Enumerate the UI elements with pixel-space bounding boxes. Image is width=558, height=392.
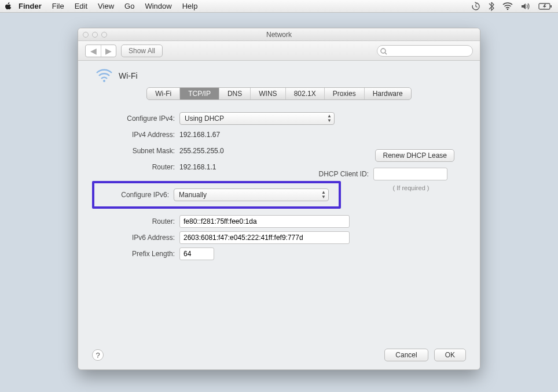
chevron-up-down-icon: ▲▼ (327, 114, 332, 123)
ipv6-address-input[interactable] (179, 231, 350, 244)
label-ipv4-router: Router: (94, 163, 179, 171)
tab-8021x[interactable]: 802.1X (286, 88, 325, 99)
configure-ipv6-dropdown[interactable]: Manually ▲▼ (174, 188, 329, 201)
tab-wins[interactable]: WINS (251, 88, 285, 99)
nav-back-forward[interactable]: ◀ ▶ (85, 45, 116, 57)
window-titlebar: Network (78, 28, 480, 41)
search-icon (380, 47, 387, 57)
time-machine-icon[interactable] (471, 2, 480, 11)
label-subnet-mask: Subnet Mask: (94, 147, 179, 155)
menu-help[interactable]: Help (182, 2, 198, 10)
search-input[interactable] (377, 45, 473, 57)
configure-ipv6-value: Manually (179, 191, 207, 199)
cancel-button[interactable]: Cancel (384, 349, 428, 361)
ipv4-router-value: 192.168.1.1 (179, 163, 216, 171)
wifi-status-icon[interactable] (502, 2, 513, 10)
toolbar: ◀ ▶ Show All (78, 41, 480, 61)
chevron-up-down-icon: ▲▼ (321, 190, 326, 199)
dhcp-client-id-input[interactable] (373, 168, 447, 180)
window-title: Network (78, 31, 480, 39)
menu-edit[interactable]: Edit (75, 2, 87, 10)
menu-file[interactable]: File (52, 2, 64, 10)
label-configure-ipv6: Configure IPv6: (98, 191, 174, 199)
back-icon[interactable]: ◀ (86, 45, 101, 57)
section-title: Wi-Fi (119, 71, 138, 80)
menu-window[interactable]: Window (145, 2, 171, 10)
renew-dhcp-lease-button[interactable]: Renew DHCP Lease (375, 149, 454, 162)
label-ipv6-router: Router: (94, 217, 179, 225)
apple-icon[interactable] (5, 2, 13, 10)
ok-button[interactable]: OK (434, 349, 466, 361)
label-ipv4-address: IPv4 Address: (94, 131, 179, 139)
show-all-button[interactable]: Show All (121, 45, 163, 57)
configure-ipv4-dropdown[interactable]: Using DHCP ▲▼ (179, 112, 335, 125)
os-menu-bar: Finder File Edit View Go Window Help (0, 0, 558, 13)
volume-icon[interactable] (521, 2, 530, 10)
zoom-icon[interactable] (101, 32, 107, 38)
svg-line-4 (385, 53, 387, 54)
bluetooth-icon[interactable] (489, 2, 494, 11)
minimize-icon[interactable] (92, 32, 98, 38)
wifi-icon (96, 69, 113, 83)
help-button[interactable]: ? (92, 349, 104, 361)
forward-icon[interactable]: ▶ (101, 45, 116, 57)
configure-ipv6-highlight: Configure IPv6: Manually ▲▼ (92, 181, 341, 209)
subnet-mask-value: 255.255.255.0 (179, 147, 224, 155)
tcpip-pane: Wi-Fi Wi-Fi TCP/IP DNS WINS 802.1X Proxi… (78, 61, 480, 369)
if-required-note: ( If required ) (368, 184, 454, 191)
battery-icon[interactable] (538, 3, 552, 10)
ipv4-address-value: 192.168.1.67 (179, 131, 220, 139)
label-configure-ipv4: Configure IPv4: (94, 114, 179, 123)
tab-hardware[interactable]: Hardware (365, 88, 411, 99)
ipv6-router-input[interactable] (179, 215, 350, 228)
svg-point-0 (507, 8, 509, 10)
label-prefix-length: Prefix Length: (94, 250, 179, 258)
label-ipv6-address: IPv6 Address: (94, 234, 179, 242)
menu-go[interactable]: Go (124, 2, 134, 10)
svg-point-5 (103, 80, 105, 82)
tab-wifi[interactable]: Wi-Fi (147, 88, 180, 99)
tab-dns[interactable]: DNS (219, 88, 251, 99)
menu-view[interactable]: View (98, 2, 114, 10)
configure-ipv4-value: Using DHCP (185, 114, 224, 123)
tab-tcpip[interactable]: TCP/IP (180, 88, 219, 99)
prefix-length-input[interactable] (179, 247, 214, 260)
svg-rect-2 (550, 5, 552, 8)
close-icon[interactable] (83, 32, 89, 38)
tab-proxies[interactable]: Proxies (325, 88, 365, 99)
label-dhcp-client-id: DHCP Client ID: (315, 170, 373, 178)
search-field-wrap (377, 45, 473, 57)
menu-app-name[interactable]: Finder (19, 2, 42, 10)
svg-point-3 (381, 49, 386, 53)
network-preferences-window: Network ◀ ▶ Show All Wi-Fi Wi-Fi TCP/IP … (78, 28, 480, 370)
tab-strip: Wi-Fi TCP/IP DNS WINS 802.1X Proxies Har… (94, 87, 464, 100)
